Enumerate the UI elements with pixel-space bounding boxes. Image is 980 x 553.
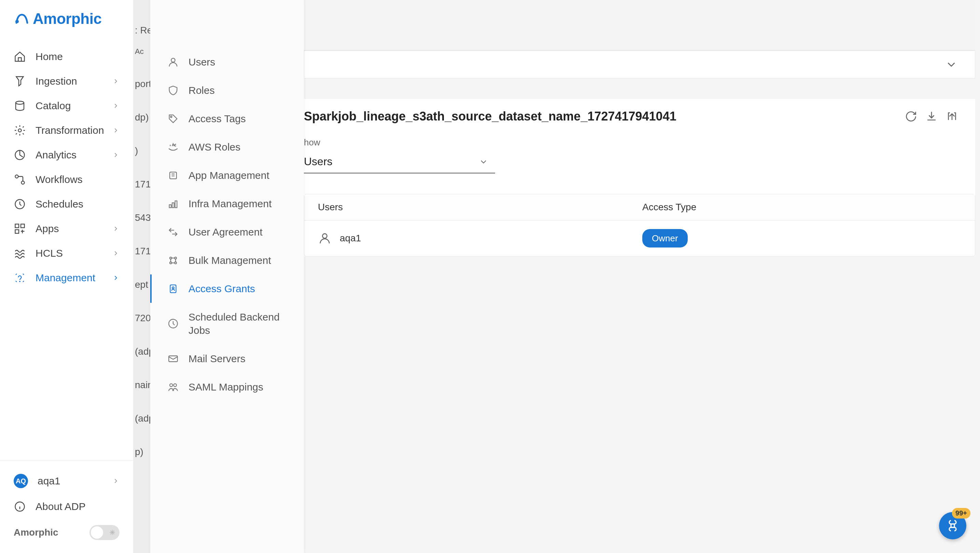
svg-point-21: [175, 262, 177, 264]
command-icon: [946, 519, 959, 532]
svg-point-28: [322, 234, 327, 238]
nav-schedules[interactable]: Schedules: [0, 192, 133, 216]
panel-title: Sparkjob_lineage_s3ath_source_dataset_na…: [304, 109, 676, 124]
theme-toggle[interactable]: ☀: [89, 525, 119, 540]
share-icon[interactable]: [946, 110, 958, 122]
subnav-user-agreement[interactable]: User Agreement: [150, 218, 304, 246]
main-panel: Sparkjob_lineage_s3ath_source_dataset_na…: [304, 99, 975, 256]
agreement-icon: [167, 226, 179, 238]
chevron-right-icon: [112, 274, 119, 281]
subnav-label: Infra Management: [188, 197, 272, 210]
panel-actions: [905, 110, 958, 122]
about-label: About ADP: [35, 501, 119, 512]
nav-apps[interactable]: Apps: [0, 216, 133, 241]
analytics-icon: [14, 149, 26, 161]
subnav-roles[interactable]: Roles: [150, 76, 304, 105]
chevron-right-icon: [112, 78, 119, 85]
subnav-label: App Management: [188, 168, 269, 182]
svg-point-19: [175, 257, 177, 259]
svg-point-5: [22, 181, 25, 184]
nav-hcls[interactable]: HCLS: [0, 241, 133, 265]
select-value: Users: [304, 155, 332, 168]
svg-rect-8: [21, 224, 25, 228]
subnav-scheduled-jobs[interactable]: Scheduled Backend Jobs: [150, 303, 304, 345]
user-name-label: aqa1: [38, 475, 112, 487]
select-users[interactable]: Users: [304, 151, 495, 173]
nav-ingestion[interactable]: Ingestion: [0, 69, 133, 94]
nav-catalog[interactable]: Catalog: [0, 94, 133, 118]
table: Users Access Type aqa1 Owner: [304, 194, 975, 256]
footer-about[interactable]: About ADP: [0, 494, 133, 519]
sun-icon: ☀: [109, 528, 115, 537]
subnav-saml-mappings[interactable]: SAML Mappings: [150, 373, 304, 401]
expandable-bar[interactable]: [304, 51, 975, 78]
svg-point-2: [18, 129, 22, 132]
subnav-infra-management[interactable]: Infra Management: [150, 189, 304, 218]
sidebar-primary: Amorphic Home Ingestion Catalog: [0, 0, 133, 553]
nav-label: HCLS: [35, 248, 112, 259]
nav-label: Transformation: [35, 125, 112, 136]
table-header-users: Users: [318, 202, 642, 213]
refresh-icon[interactable]: [905, 110, 917, 122]
table-header: Users Access Type: [304, 194, 975, 221]
nav-management[interactable]: Management: [0, 265, 133, 290]
access-grants-icon: [167, 283, 179, 295]
chevron-down-icon: [479, 157, 488, 167]
subnav-access-tags[interactable]: Access Tags: [150, 105, 304, 133]
subnav-aws-roles[interactable]: AWS Roles: [150, 133, 304, 161]
svg-point-18: [170, 257, 172, 259]
subnav-label: SAML Mappings: [188, 380, 263, 394]
subnav-label: Access Tags: [188, 112, 246, 125]
svg-point-4: [15, 175, 18, 178]
hcls-icon: [14, 247, 26, 259]
user-icon: [318, 232, 332, 245]
chevron-right-icon: [112, 477, 119, 485]
subnav-bulk-management[interactable]: Bulk Management: [150, 246, 304, 275]
info-icon: [14, 501, 26, 513]
command-fab[interactable]: 99+: [939, 512, 966, 539]
subnav-mail-servers[interactable]: Mail Servers: [150, 345, 304, 373]
subnav-access-grants[interactable]: Access Grants: [150, 275, 304, 303]
nav-label: Schedules: [35, 198, 119, 210]
subnav-app-management[interactable]: App Management: [150, 161, 304, 189]
svg-rect-14: [170, 172, 177, 179]
svg-rect-7: [15, 224, 19, 228]
schedules-icon: [14, 198, 26, 210]
access-badge: Owner: [642, 229, 688, 248]
subnav-label: Roles: [188, 84, 215, 97]
footer-user[interactable]: AQ aqa1: [0, 468, 133, 494]
panel-header: Sparkjob_lineage_s3ath_source_dataset_na…: [304, 99, 975, 130]
cell-access: Owner: [642, 233, 688, 244]
tag-icon: [167, 113, 179, 125]
nav-analytics[interactable]: Analytics: [0, 143, 133, 167]
nav-label: Management: [35, 272, 112, 284]
footer-brand: Amorphic ☀: [0, 519, 133, 546]
infra-icon: [167, 198, 179, 210]
saml-icon: [167, 381, 179, 393]
main-content: Sparkjob_lineage_s3ath_source_dataset_na…: [304, 0, 975, 553]
cell-user: aqa1: [318, 232, 642, 245]
users-icon: [167, 56, 179, 68]
table-row: aqa1 Owner: [304, 221, 975, 256]
workflows-icon: [14, 173, 26, 186]
download-icon[interactable]: [925, 110, 938, 122]
nav-workflows[interactable]: Workflows: [0, 167, 133, 192]
app-logo-text: Amorphic: [33, 10, 102, 27]
svg-rect-17: [175, 201, 177, 208]
clock-icon: [167, 318, 179, 329]
subnav-label: User Agreement: [188, 225, 262, 238]
subnav-label: Users: [188, 55, 215, 68]
chevron-right-icon: [112, 102, 119, 110]
svg-point-1: [16, 102, 24, 105]
sidebar-footer: AQ aqa1 About ADP Amorphic ☀: [0, 461, 133, 553]
nav-transformation[interactable]: Transformation: [0, 118, 133, 143]
amorphic-logo-icon: [14, 11, 30, 27]
subnav-label: Bulk Management: [188, 254, 271, 267]
footer-brand-label: Amorphic: [14, 527, 58, 538]
subnav-users[interactable]: Users: [150, 48, 304, 76]
app-logo[interactable]: Amorphic: [0, 0, 133, 38]
subnav-label: Mail Servers: [188, 352, 245, 365]
nav-home[interactable]: Home: [0, 44, 133, 69]
avatar: AQ: [14, 474, 28, 488]
bulk-icon: [167, 255, 179, 266]
